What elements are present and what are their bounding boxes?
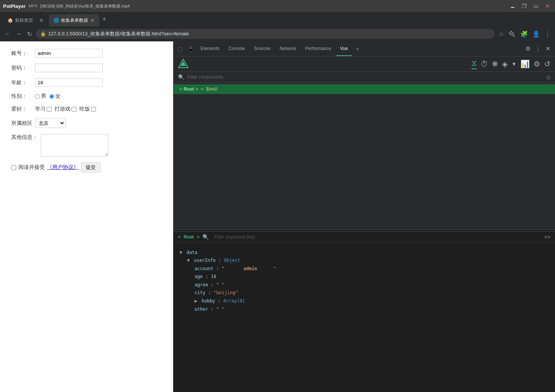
title-bar: PotPlayer MP4 [38/168] 038_尚硅谷Vue技术_收集表单… xyxy=(0,0,555,12)
hobby-eat-check[interactable] xyxy=(91,107,96,112)
inspector-filter-icon[interactable]: 🔍 xyxy=(202,234,209,240)
data-label: data xyxy=(186,250,197,255)
devtools-close-btn[interactable]: ✕ xyxy=(544,44,552,54)
devtools-settings-icon[interactable]: ⚙ xyxy=(524,44,532,54)
filter-components-input[interactable] xyxy=(187,74,543,80)
filter-search-icon: 🔍 xyxy=(178,74,184,80)
component-root-tag: Root xyxy=(184,87,194,92)
hobby-eat-label[interactable]: 吃饭 xyxy=(79,106,96,112)
age-input[interactable] xyxy=(35,78,103,87)
devtools-inspect-icon[interactable]: ⬚ xyxy=(176,44,184,53)
address-bar-actions: ☆ 🔌 🧩 👤 ⋮ xyxy=(497,29,552,39)
age-row: 年龄： xyxy=(11,78,162,87)
devtools-tab-vue[interactable]: Vue xyxy=(336,41,352,56)
gender-male-text: 男 xyxy=(41,93,46,100)
account-row-data: account : " admin " xyxy=(179,265,549,273)
browser-tab-2[interactable]: 🌐 收集表单数据 ✕ xyxy=(49,14,99,26)
url-text: 127.0.0.1:5500/13_收集表单数据/收集表单数据.html?sex… xyxy=(48,30,189,37)
agree-row: 阅读并接受 《用户协议》 提交 xyxy=(11,163,162,172)
campus-select[interactable]: 北京 上海 广州 深圳 xyxy=(35,119,65,128)
tab1-label: 新标签页 xyxy=(15,17,33,24)
vue-toolbar-icons: ⧖ ⏱ ❋ ◈ ▼ 📊 ⚙ ↺ xyxy=(471,59,550,69)
account-input[interactable] xyxy=(35,49,103,58)
userinfo-triangle[interactable] xyxy=(187,258,190,263)
devtools-kebab-icon[interactable]: ⋮ xyxy=(534,44,543,54)
hobby-game-check[interactable] xyxy=(71,107,76,112)
devtools-device-icon[interactable]: 📱 xyxy=(186,44,195,53)
account-spaces2 xyxy=(260,266,271,271)
hobby-data-key: hobby xyxy=(201,298,215,304)
other-textarea[interactable] xyxy=(41,134,108,156)
vue-router-chevron[interactable]: ▼ xyxy=(511,61,517,67)
password-row: 密码： xyxy=(11,64,162,72)
devtools-tab-performance[interactable]: Performance xyxy=(301,41,335,56)
devtools-tab-console[interactable]: Console xyxy=(225,41,249,56)
vue-inspector: data userInfo : Object account : " admin xyxy=(173,243,555,392)
agree-checkbox[interactable] xyxy=(11,165,16,170)
maximize-btn[interactable]: ▭ xyxy=(531,2,541,10)
restore-btn[interactable]: ❐ xyxy=(520,2,529,10)
vue-perf-icon[interactable]: 📊 xyxy=(520,59,530,68)
vue-vuex-icon[interactable]: ❋ xyxy=(492,59,498,68)
devtools-tab-network[interactable]: Network xyxy=(276,41,300,56)
other-row-data: other : " " xyxy=(179,305,549,314)
hobby-triangle[interactable] xyxy=(195,298,197,304)
devtools-tab-more[interactable]: » xyxy=(353,45,362,53)
userinfo-key: userInfo xyxy=(194,258,216,263)
inspector-filter-input[interactable] xyxy=(214,234,271,240)
agree-row-data: agree : " " xyxy=(179,281,549,289)
account-row: 账号： xyxy=(11,49,162,58)
minimize-btn[interactable]: 🗕 xyxy=(508,2,517,10)
tab1-close-btn[interactable]: ✕ xyxy=(39,17,44,23)
password-label: 密码： xyxy=(11,65,32,71)
url-bar[interactable]: 🔒 127.0.0.1:5500/13_收集表单数据/收集表单数据.html?s… xyxy=(36,29,495,39)
gender-female-radio[interactable] xyxy=(49,94,54,99)
profile-icon[interactable]: 👤 xyxy=(531,29,541,39)
gender-male-label[interactable]: 男 xyxy=(35,93,46,100)
browser-tab-1[interactable]: 🏠 新标签页 ✕ xyxy=(3,14,48,26)
tab2-close-btn[interactable]: ✕ xyxy=(90,17,95,23)
hobby-game-label[interactable]: 打游戏 xyxy=(55,106,76,112)
menu-icon[interactable]: ⋮ xyxy=(543,29,552,39)
other-info-row: 其他信息： xyxy=(11,134,162,156)
userinfo-section: userInfo : Object xyxy=(179,257,549,265)
close-title-btn[interactable]: ✕ xyxy=(543,2,552,10)
vue-component-tree-icon[interactable]: ⧖ xyxy=(471,59,477,69)
puzzle-icon[interactable]: 🧩 xyxy=(519,29,529,39)
vue-settings-icon[interactable]: ⚙ xyxy=(534,59,540,68)
account-quote-end: " xyxy=(274,266,276,271)
back-btn[interactable]: ← xyxy=(3,29,12,39)
reload-btn[interactable]: ↻ xyxy=(26,29,33,39)
devtools-tab-sources[interactable]: Sources xyxy=(250,41,274,56)
forward-btn[interactable]: → xyxy=(14,29,23,39)
submit-button[interactable]: 提交 xyxy=(81,163,100,172)
component-root-item[interactable]: < Root > = $vm0 xyxy=(173,84,555,94)
inspector-gt: > xyxy=(197,234,199,240)
component-bracket-open: < xyxy=(179,87,182,92)
devtools-tab-bar: ⬚ 📱 Elements Console Sources Network Per… xyxy=(173,41,555,56)
window-controls: 🗕 ❐ ▭ ✕ xyxy=(508,2,552,10)
vue-refresh-icon[interactable]: ↺ xyxy=(544,59,550,68)
gender-female-label[interactable]: 女 xyxy=(49,93,61,100)
extension-icon[interactable]: 🔌 xyxy=(507,29,517,39)
vue-filter-bar: 🔍 ◇ xyxy=(173,72,555,83)
devtools-tab-elements[interactable]: Elements xyxy=(197,41,223,56)
filter-settings-icon[interactable]: ◇ xyxy=(546,74,550,80)
gender-male-radio[interactable] xyxy=(35,94,40,99)
hobby-study-check[interactable] xyxy=(47,107,52,112)
agreement-link[interactable]: 《用户协议》 xyxy=(47,164,79,171)
new-tab-btn[interactable]: + xyxy=(100,15,109,23)
hobby-game-text: 打游戏 xyxy=(55,106,70,112)
vue-time-travel-icon[interactable]: ⏱ xyxy=(480,60,488,68)
bookmark-icon[interactable]: ☆ xyxy=(497,29,505,39)
main-content: 账号： 密码： 年龄： 性别： 男 xyxy=(0,41,555,392)
data-triangle[interactable] xyxy=(179,250,182,255)
password-input[interactable] xyxy=(35,64,103,72)
page-form: 账号： 密码： 年龄： 性别： 男 xyxy=(0,41,173,392)
inspector-code-icon[interactable]: <> xyxy=(544,234,550,240)
vue-router-icon[interactable]: ◈ xyxy=(502,59,508,68)
app-name: PotPlayer xyxy=(3,3,26,9)
city-row-data: city : "beijing" xyxy=(179,289,549,297)
hobby-study-label[interactable]: 学习 xyxy=(35,106,52,112)
agree-quote-end: " xyxy=(222,282,224,287)
